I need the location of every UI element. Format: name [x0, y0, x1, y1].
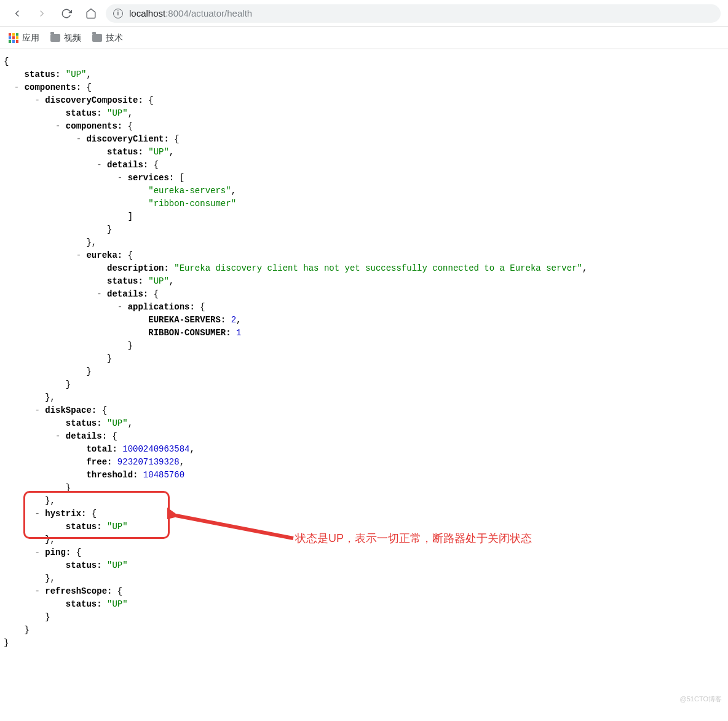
annotation-arrow: [167, 504, 296, 560]
apps-label: 应用: [22, 33, 39, 44]
address-bar[interactable]: i localhost:8004/actuator/health: [106, 4, 721, 23]
browser-toolbar: i localhost:8004/actuator/health: [0, 0, 728, 27]
url-text: localhost:8004/actuator/health: [129, 8, 252, 18]
bookmark-label: 视频: [64, 33, 81, 44]
bookmark-label: 技术: [106, 33, 123, 44]
apps-icon: [9, 33, 18, 43]
home-button[interactable]: [81, 4, 101, 23]
back-button[interactable]: [7, 4, 27, 23]
annotation-text: 状态是UP，表示一切正常，断路器处于关闭状态: [295, 530, 532, 547]
bookmarks-bar: 应用 视频 技术: [0, 27, 728, 49]
bookmark-folder-tech[interactable]: 技术: [92, 33, 123, 44]
svg-line-0: [176, 516, 293, 538]
forward-button[interactable]: [32, 4, 52, 23]
apps-shortcut[interactable]: 应用: [9, 33, 39, 44]
watermark: @51CTO博客: [680, 694, 722, 704]
folder-icon: [92, 34, 102, 42]
folder-icon: [50, 34, 60, 42]
site-info-icon[interactable]: i: [113, 9, 123, 18]
json-viewer: { status: "UP", - components: { - discov…: [0, 49, 728, 707]
bookmark-folder-video[interactable]: 视频: [50, 33, 81, 44]
reload-button[interactable]: [57, 4, 76, 23]
